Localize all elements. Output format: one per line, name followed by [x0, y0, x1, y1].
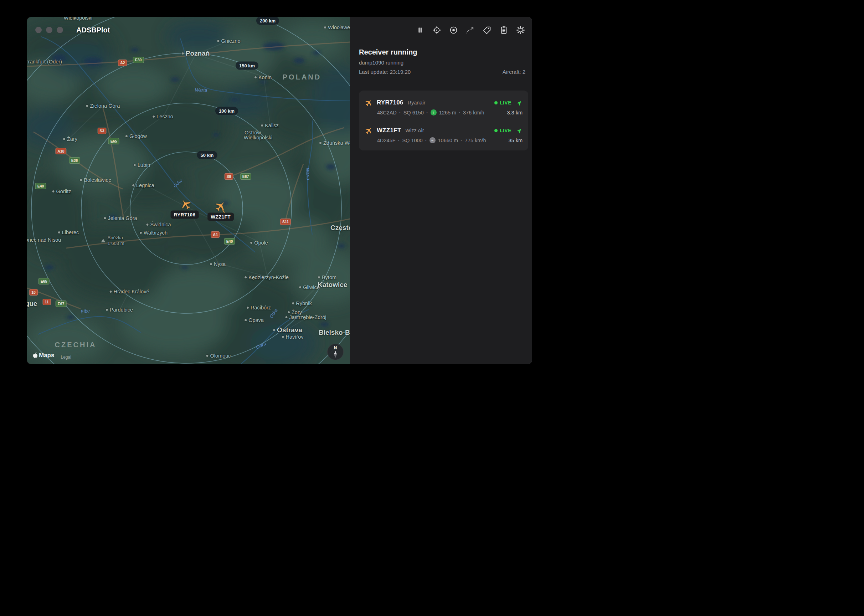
settings-button[interactable] — [514, 24, 526, 36]
city-dot — [206, 355, 208, 357]
city-label: Częstochowa — [330, 224, 350, 232]
close-button[interactable] — [35, 27, 42, 33]
city-dot — [80, 179, 82, 181]
nav-arrow-icon — [515, 98, 524, 107]
tag-icon — [482, 26, 492, 35]
city-name: Jablonec nad Nisou — [27, 237, 61, 243]
city-name: Hradec Králové — [114, 289, 149, 294]
plane-icon — [212, 198, 229, 215]
aircraft-row[interactable]: RYR7106RyanairLIVE48C2AD·SQ 6150·↑1265 m… — [359, 93, 528, 121]
aircraft-distance: 3.3 km — [507, 110, 523, 115]
aircraft-map-label[interactable]: RYR7106 — [171, 211, 199, 219]
city-name: Bolesławiec — [84, 177, 111, 183]
compass[interactable]: N — [327, 344, 344, 360]
log-button[interactable] — [498, 24, 510, 36]
road-shield: A4 — [211, 231, 220, 238]
city-dot — [319, 142, 322, 144]
aircraft-marker[interactable] — [212, 198, 229, 215]
zoom-button[interactable] — [57, 27, 63, 33]
pause-icon — [416, 26, 424, 35]
aircraft-map-label[interactable]: WZZ1FT — [207, 213, 234, 221]
separator-dot: · — [399, 110, 401, 115]
city-name: Pardubice — [110, 307, 133, 313]
aircraft-squawk: SQ 6150 — [404, 110, 424, 115]
aircraft-callsign: RYR7106 — [377, 99, 403, 106]
city-label: Legnica — [132, 182, 154, 188]
road-shield: E36 — [69, 157, 80, 163]
area-label: CZECHIA — [55, 341, 97, 349]
city-name: Nysa — [214, 261, 226, 267]
range-rings-button[interactable] — [447, 24, 459, 36]
city-name: Wielkopolski — [244, 135, 273, 140]
city-label: Hradec Králové — [110, 289, 149, 294]
area-label: POLAND — [283, 73, 321, 81]
river-label: Warta — [305, 168, 311, 181]
legal-link[interactable]: Legal — [61, 355, 71, 360]
city-label: Gniezno — [217, 38, 240, 44]
range-ring-label: 100 km — [215, 107, 238, 115]
city-label: Bytom — [318, 275, 336, 280]
city-name: Liberec — [62, 229, 79, 235]
city-name: Kędzierzyn-Koźle — [248, 275, 289, 280]
city-name: Frankfurt (Oder) — [27, 59, 62, 64]
labels-button[interactable] — [481, 24, 493, 36]
city-dot — [247, 306, 249, 309]
live-label: LIVE — [500, 127, 512, 133]
city-name: Wałbrzych — [144, 230, 168, 236]
city-label: Bolesławiec — [80, 177, 111, 183]
city-name: Havířov — [286, 334, 304, 340]
city-label: Opava — [245, 317, 264, 323]
map-attribution: Maps Legal — [32, 352, 71, 360]
road-shield: A2 — [118, 60, 127, 66]
city-label: Wielkopolski — [64, 17, 93, 21]
city-dot — [273, 329, 275, 331]
city-name: Żary — [67, 136, 77, 142]
city-label: Zduńska Wola — [319, 140, 350, 146]
center-scope-button[interactable] — [430, 24, 443, 36]
flight-path-button[interactable] — [464, 24, 476, 36]
aircraft-row[interactable]: WZZ1FTWizz AirLIVE4D245F·SQ 1000·–10660 … — [359, 121, 528, 148]
city-label: Liberec — [58, 229, 79, 235]
road-shield: S8 — [225, 173, 234, 180]
city-dot — [254, 76, 257, 79]
city-name: Jelenia Góra — [108, 215, 137, 221]
app-window: 50 km100 km150 km200 kmPOLANDCZECHIAWart… — [27, 17, 532, 364]
aircraft-row-main: WZZ1FTWizz AirLIVE — [364, 126, 523, 135]
city-name: Włocławek — [328, 25, 350, 30]
city-label: Leszno — [152, 114, 173, 119]
city-name: Katowice — [317, 281, 347, 289]
gear-icon — [516, 26, 525, 35]
pause-button[interactable] — [414, 24, 426, 36]
last-update-label: Last update: 23:19:20 — [359, 69, 411, 75]
receiver-status: Receiver running dump1090 running Last u… — [350, 36, 532, 75]
live-badge: LIVE — [494, 100, 512, 105]
city-dot — [58, 231, 60, 234]
city-dot — [126, 135, 127, 137]
city-name: Ostrava — [277, 326, 302, 334]
city-dot — [106, 309, 108, 311]
city-label: Wałbrzych — [140, 230, 168, 236]
range-ring-label: 200 km — [256, 17, 279, 25]
range-ring-label: 150 km — [236, 62, 258, 70]
minimize-button[interactable] — [46, 27, 52, 33]
aircraft-row-main: RYR7106RyanairLIVE — [364, 98, 523, 107]
city-label: Olomouc — [206, 353, 231, 358]
city-name: Bytom — [322, 275, 336, 280]
river-label: Oder — [172, 178, 184, 189]
flight-path-icon — [466, 26, 475, 35]
river-label: Odra — [255, 341, 267, 350]
aircraft-callsign: WZZ1FT — [377, 127, 401, 134]
city-dot — [104, 217, 106, 219]
city-name: Prague — [27, 300, 37, 308]
plane-icon — [364, 98, 373, 107]
river-label: Warta — [195, 87, 207, 93]
nav-arrow-icon — [515, 126, 524, 135]
city-dot — [210, 263, 212, 265]
city-name: Zielona Góra — [90, 103, 120, 109]
city-label: Jelenia Góra — [104, 215, 137, 221]
city-dot — [250, 242, 252, 244]
map[interactable]: 50 km100 km150 km200 kmPOLANDCZECHIAWart… — [27, 17, 350, 364]
city-dot — [152, 115, 155, 118]
separator-dot: · — [425, 138, 427, 143]
road-shield: E65 — [38, 278, 50, 284]
